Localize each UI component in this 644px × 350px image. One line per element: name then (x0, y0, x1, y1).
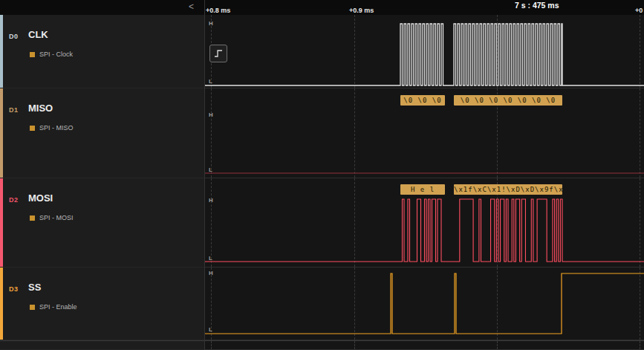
decoded-byte-annotation: H e l (400, 184, 445, 195)
analyzer-name: SPI - Clock (39, 51, 73, 58)
channel-id: D2 (9, 196, 19, 204)
channel-color-strip (0, 88, 3, 178)
channel-color-strip (0, 15, 3, 88)
waveform-area-clk[interactable]: H L (204, 15, 644, 88)
channel-row-ss: D3 SS SPI - Enable H L (0, 268, 644, 340)
waveform-area-mosi[interactable]: H L H e l\x1f\xC\x1!\xD\xD\x9f\x1 (204, 178, 644, 268)
channel-info-d1[interactable]: D1 MISO SPI - MISO (0, 88, 204, 178)
waveform-trace (205, 268, 644, 340)
channel-id: D0 (9, 33, 19, 40)
analyzer-name: SPI - Enable (39, 303, 77, 311)
channel-row-clk: D0 CLK SPI - Clock H L (0, 15, 644, 88)
time-tick-label: +0.8 ms (206, 7, 230, 14)
channel-color-strip (0, 268, 3, 340)
ruler-divider (204, 0, 205, 15)
channel-info-d2[interactable]: D2 MOSI SPI - MOSI (0, 178, 204, 268)
collapse-sidebar-chevron-icon[interactable]: < (189, 1, 194, 12)
channel-id: D1 (9, 106, 19, 114)
time-gridline (640, 341, 640, 349)
waveform-area-ss[interactable]: H L (204, 268, 644, 340)
time-gridline (497, 341, 498, 349)
decoded-byte-annotation: \x1f\xC\x1!\xD\xD\x9f\x1 (454, 184, 562, 195)
low-level-label: L (209, 166, 212, 173)
low-level-label: L (209, 255, 212, 262)
time-ruler[interactable]: < 7 s : 475 ms +0.8 ms+0.9 ms+0 (0, 0, 644, 15)
analyzer-name: SPI - MISO (39, 124, 74, 132)
trigger-button[interactable] (209, 45, 227, 62)
high-level-label: H (209, 111, 213, 118)
logic-analyzer-app: < 7 s : 475 ms +0.8 ms+0.9 ms+0 D0 CLK S… (0, 0, 644, 350)
absolute-timestamp: 7 s : 475 ms (515, 1, 559, 10)
channel-name: MOSI (28, 192, 53, 204)
decoded-byte-annotation: \0 \0 \0 (400, 95, 445, 106)
channel-info-d3[interactable]: D3 SS SPI - Enable (0, 268, 204, 340)
high-level-label: H (209, 20, 213, 27)
decoded-byte-annotation: \0 \0 \0 \0 \0 \0 \0 (454, 95, 562, 106)
channel-row-mosi: D2 MOSI SPI - MOSI H L H e l\x1f\xC\x1!\… (0, 178, 644, 268)
analyzer-label: SPI - MOSI (30, 214, 74, 221)
low-level-label: L (209, 326, 212, 333)
channel-row-miso: D1 MISO SPI - MISO H L \0 \0 \0\0 \0 \0 … (0, 88, 644, 178)
analyzer-name: SPI - MOSI (39, 214, 74, 221)
channel-info-partial[interactable] (0, 340, 204, 350)
high-level-label: H (209, 197, 213, 204)
channel-info-d0[interactable]: D0 CLK SPI - Clock (0, 15, 204, 88)
analyzer-color-icon (30, 305, 35, 310)
channel-name: MISO (28, 103, 53, 114)
channel-name: SS (28, 282, 41, 293)
high-level-label: H (209, 270, 213, 276)
waveform-area-partial[interactable]: H (204, 340, 644, 350)
analyzer-color-icon (30, 52, 35, 57)
analyzer-color-icon (30, 215, 35, 221)
channel-name: CLK (28, 29, 48, 40)
waveform-area-miso[interactable]: H L \0 \0 \0\0 \0 \0 \0 \0 \0 \0 (204, 88, 644, 178)
waveform-trace (205, 15, 644, 88)
analyzer-label: SPI - Clock (30, 51, 73, 58)
time-tick-label: +0.9 ms (349, 7, 374, 14)
analyzer-color-icon (30, 126, 35, 131)
channel-color-strip (0, 178, 3, 267)
channel-id: D3 (9, 285, 19, 293)
channel-row-partial: H (0, 340, 644, 350)
time-gridline (354, 341, 355, 349)
analyzer-label: SPI - MISO (30, 124, 74, 132)
time-tick-label: +0 (635, 7, 643, 14)
pulse-trigger-icon (213, 48, 224, 59)
low-level-label: L (209, 78, 212, 85)
analyzer-label: SPI - Enable (30, 303, 77, 311)
